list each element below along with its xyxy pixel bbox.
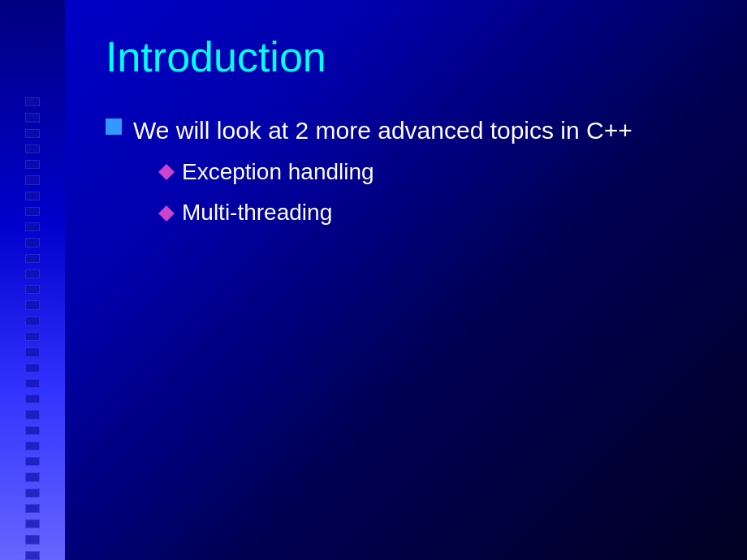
main-bullet-text: We will look at 2 more advanced topics i… xyxy=(133,117,633,144)
square-dot xyxy=(25,332,40,341)
square-dot xyxy=(25,457,40,466)
square-dot xyxy=(25,144,40,153)
slide: Introduction We will look at 2 more adva… xyxy=(0,0,747,560)
sub-bullet-item-1: Exception handling xyxy=(161,157,633,187)
main-bullet-item: We will look at 2 more advanced topics i… xyxy=(106,114,698,228)
square-dot xyxy=(25,394,40,403)
slide-title: Introduction xyxy=(106,32,698,81)
square-dot xyxy=(25,410,40,419)
square-dot xyxy=(25,160,40,169)
main-bullet-content: We will look at 2 more advanced topics i… xyxy=(133,114,633,228)
left-bar xyxy=(0,0,65,560)
sub-bullet-diamond-icon-2 xyxy=(158,205,175,222)
square-dot xyxy=(25,285,40,294)
square-dot xyxy=(25,97,40,106)
sub-bullet-item-2: Multi-threading xyxy=(161,198,633,227)
sub-bullet-list: Exception handling Multi-threading xyxy=(161,157,633,228)
square-dot xyxy=(25,129,40,138)
square-dot xyxy=(25,207,40,216)
square-dot xyxy=(25,426,40,435)
slide-content: Introduction We will look at 2 more adva… xyxy=(65,0,747,560)
bullet-list: We will look at 2 more advanced topics i… xyxy=(106,114,698,228)
square-dot xyxy=(25,442,40,450)
square-dot xyxy=(25,192,40,200)
square-dot xyxy=(25,535,40,544)
square-dot xyxy=(25,254,40,263)
square-dot xyxy=(25,364,40,373)
square-dot xyxy=(25,472,40,481)
sub-bullet-text-1: Exception handling xyxy=(182,157,374,187)
square-dot xyxy=(25,317,40,325)
square-dot xyxy=(25,238,40,247)
sub-bullet-diamond-icon xyxy=(158,164,175,180)
bullet-square-icon xyxy=(106,118,122,135)
square-dot xyxy=(25,300,40,309)
left-bar-squares xyxy=(0,0,65,560)
square-dot xyxy=(25,222,40,231)
square-dot xyxy=(25,269,40,278)
square-dot xyxy=(25,347,40,356)
square-dot xyxy=(25,489,40,498)
square-dot xyxy=(25,519,40,528)
square-dot xyxy=(25,551,40,560)
sub-bullet-text-2: Multi-threading xyxy=(182,198,332,227)
square-dot xyxy=(25,504,40,513)
square-dot xyxy=(25,379,40,388)
square-dot xyxy=(25,175,40,184)
square-dot xyxy=(25,113,40,122)
